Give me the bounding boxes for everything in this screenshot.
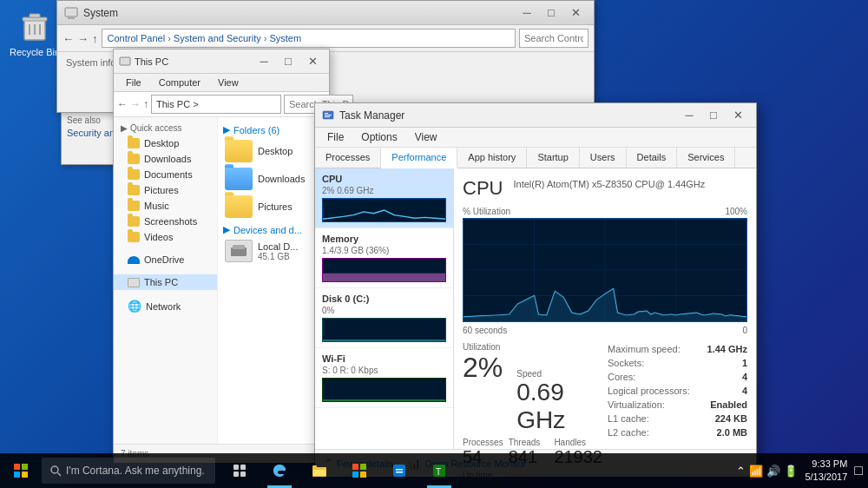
notifications-button[interactable]: □: [854, 463, 863, 478]
system-titlebar[interactable]: System ─ □ ✕: [57, 1, 594, 25]
start-button[interactable]: [0, 453, 42, 488]
tm-menu-options[interactable]: Options: [352, 128, 405, 147]
tab-startup[interactable]: Startup: [527, 148, 579, 168]
quick-access-header[interactable]: ▶ Quick access: [114, 121, 217, 135]
system-search-input[interactable]: [519, 29, 589, 48]
svg-line-30: [58, 472, 62, 476]
taskbar-app1[interactable]: [380, 453, 418, 488]
utilization-value: 2%: [463, 352, 503, 384]
network-tray-icon[interactable]: 📶: [749, 465, 763, 478]
breadcrumb-system-security[interactable]: System and Security: [174, 33, 261, 43]
breadcrumb-control-panel[interactable]: Control Panel: [108, 33, 166, 43]
date-display: 5/13/2017: [805, 471, 847, 484]
sidebar-videos[interactable]: Videos: [114, 229, 217, 245]
folder-icon: [128, 154, 140, 164]
back-button[interactable]: ←: [62, 32, 74, 45]
forward-button[interactable]: →: [77, 32, 89, 45]
explorer-up[interactable]: ↑: [143, 98, 148, 110]
taskbar-right: ⌃ 📶 🔊 🔋 9:33 PM 5/13/2017 □: [736, 458, 868, 485]
taskbar-search[interactable]: I'm Cortana. Ask me anything.: [42, 458, 215, 484]
tm-menu-view[interactable]: View: [406, 128, 446, 147]
taskbar-clock[interactable]: 9:33 PM 5/13/2017: [805, 458, 847, 485]
svg-rect-27: [14, 472, 20, 478]
svg-rect-26: [22, 464, 28, 470]
folders-header[interactable]: ▶ Folders (6): [221, 121, 326, 137]
process-disk[interactable]: Disk 0 (C:) 0%: [315, 288, 453, 348]
svg-rect-7: [68, 17, 75, 19]
maximize-button[interactable]: □: [540, 4, 562, 22]
tab-users[interactable]: Users: [580, 148, 627, 168]
tm-graph-area: CPU Intel(R) Atom(TM) x5-Z8350 CPU@ 1.44…: [454, 168, 756, 449]
tm-menu-file[interactable]: File: [319, 128, 352, 147]
tm-maximize[interactable]: □: [702, 107, 725, 124]
folder-icon: [128, 201, 140, 211]
process-memory[interactable]: Memory 1.4/3.9 GB (36%): [315, 228, 453, 288]
recycle-bin[interactable]: Recycle Bin: [9, 9, 61, 57]
breadcrumb-system[interactable]: System: [269, 33, 301, 43]
explorer-minimize[interactable]: ─: [253, 53, 275, 70]
system-window-controls[interactable]: ─ □ ✕: [516, 4, 587, 22]
taskbar-edge[interactable]: [260, 453, 299, 488]
tm-titlebar[interactable]: Task Manager ─ □ ✕: [315, 103, 756, 128]
explorer-maximize[interactable]: □: [277, 53, 299, 70]
volume-icon[interactable]: 🔊: [766, 465, 780, 478]
process-wifi-name: Wi-Fi: [322, 353, 446, 364]
close-button[interactable]: ✕: [564, 4, 587, 22]
sidebar-thispc[interactable]: This PC: [114, 274, 217, 290]
explorer-close[interactable]: ✕: [301, 53, 324, 70]
devices-header[interactable]: ▶ Devices and d...: [221, 221, 326, 237]
tab-view[interactable]: View: [209, 74, 247, 91]
taskbar-store[interactable]: [340, 453, 378, 488]
tab-details[interactable]: Details: [627, 148, 678, 168]
sidebar-music[interactable]: Music: [114, 198, 217, 214]
explorer-path-input[interactable]: [151, 95, 281, 114]
tm-minimize[interactable]: ─: [678, 107, 700, 124]
tab-app-history[interactable]: App history: [457, 148, 527, 168]
sidebar-network[interactable]: 🌐 Network: [114, 297, 217, 315]
tab-file[interactable]: File: [117, 74, 150, 91]
task-view-button[interactable]: [220, 453, 259, 488]
svg-rect-32: [240, 465, 246, 470]
sidebar-pictures[interactable]: Pictures: [114, 182, 217, 198]
svg-rect-33: [233, 472, 239, 477]
tab-services[interactable]: Services: [677, 148, 735, 168]
folder-large-icon-pictures: [225, 195, 253, 218]
taskbar-app2[interactable]: T: [420, 453, 458, 488]
breadcrumb[interactable]: Control Panel › System and Security › Sy…: [102, 29, 516, 48]
local-disk-icon: [225, 240, 253, 262]
minimize-button[interactable]: ─: [516, 4, 538, 22]
tm-cpu-model: Intel(R) Atom(TM) x5-Z8350 CPU@ 1.44GHz: [513, 177, 705, 193]
up-button[interactable]: ↑: [92, 32, 98, 45]
tm-tabs: Processes Performance App history Startu…: [315, 148, 756, 168]
svg-rect-16: [325, 116, 330, 117]
tab-computer[interactable]: Computer: [150, 74, 209, 91]
tab-performance[interactable]: Performance: [381, 148, 457, 168]
sidebar-onedrive[interactable]: OneDrive: [114, 252, 217, 267]
folder-pictures[interactable]: Pictures: [221, 193, 326, 221]
explorer-forward[interactable]: →: [130, 98, 141, 110]
process-wifi[interactable]: Wi-Fi S: 0 R: 0 Kbps: [315, 348, 453, 408]
explorer-window-controls[interactable]: ─ □ ✕: [253, 53, 324, 70]
folder-downloads[interactable]: Downloads: [221, 165, 326, 193]
tm-close[interactable]: ✕: [727, 107, 749, 124]
chevron-icon[interactable]: ⌃: [736, 465, 746, 478]
l1-row: L1 cache: 224 KB: [608, 412, 747, 425]
tm-window-controls[interactable]: ─ □ ✕: [678, 107, 749, 124]
process-cpu[interactable]: CPU 2% 0.69 GHz: [315, 168, 453, 228]
sidebar-documents[interactable]: Documents: [114, 167, 217, 182]
device-local-disk[interactable]: Local D... 45.1 GB: [221, 237, 326, 265]
taskbar-explorer[interactable]: [300, 453, 339, 488]
tab-processes[interactable]: Processes: [315, 148, 381, 168]
window-taskmanager: Task Manager ─ □ ✕ File Options View Pro…: [314, 102, 757, 463]
memory-mini-chart: [322, 258, 446, 282]
explorer-titlebar[interactable]: This PC ─ □ ✕: [114, 49, 329, 74]
sidebar-desktop[interactable]: Desktop: [114, 135, 217, 151]
sidebar-downloads[interactable]: Downloads: [114, 151, 217, 167]
utilization-label: % Utilization: [463, 207, 510, 216]
speed-block: Speed 0.69 GHz: [516, 369, 602, 434]
explorer-back[interactable]: ←: [117, 98, 128, 110]
zero-label: 0: [742, 326, 747, 335]
sidebar-screenshots[interactable]: Screenshots: [114, 214, 217, 229]
virt-row: Virtualization: Enabled: [608, 398, 747, 412]
folder-desktop[interactable]: Desktop: [221, 137, 326, 165]
